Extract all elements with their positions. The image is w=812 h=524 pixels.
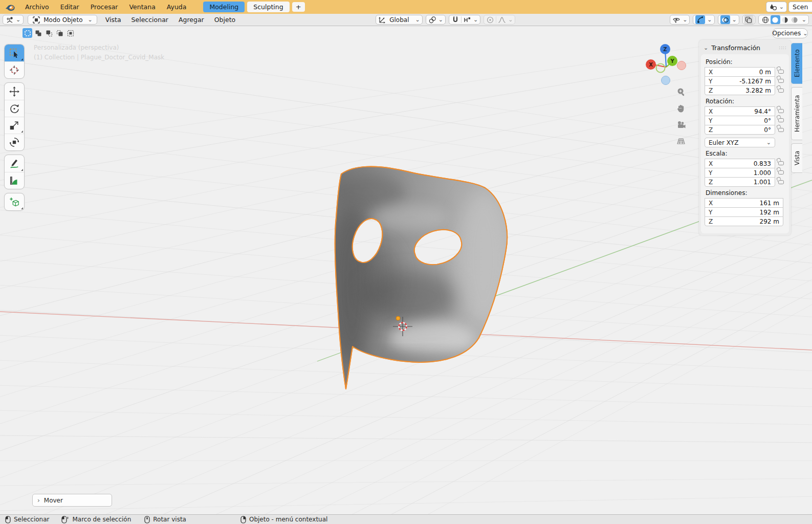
lock-icon[interactable] [778,89,784,93]
tool-annotate[interactable] [5,155,24,172]
tab-elemento[interactable]: Elemento [791,43,802,84]
add-cube-icon [9,196,20,208]
rotation-mode-select[interactable]: Euler XYZ ⌄ [705,138,775,147]
gizmo-axis-z-neg[interactable] [662,76,670,85]
rotation-z-row: Z0° [705,125,786,135]
rotation-z-field[interactable]: Z0° [705,125,775,135]
lock-icon[interactable] [778,118,784,122]
lock-icon[interactable] [778,109,784,113]
editor-type-selector[interactable]: ⌄ [3,15,24,25]
scene-selector-button[interactable]: ⌄ [766,2,787,12]
menu-objeto[interactable]: Objeto [209,16,241,24]
status-box-select: Marco de selección [61,516,131,523]
lock-icon[interactable] [778,161,784,165]
tool-measure[interactable] [5,172,24,189]
blender-logo-icon[interactable] [5,3,15,12]
shading-material-button[interactable] [780,15,790,24]
rotation-x-field[interactable]: X94.4° [705,106,775,116]
select-mode-invert-button[interactable] [55,28,64,38]
scale-z-row: Z1.001 [705,177,786,187]
select-mode-intersect-button[interactable] [65,28,75,38]
shading-solid-button[interactable] [771,15,780,24]
viewport-info-text: Personalizada (perspectiva) (1) Collecti… [34,43,164,62]
tool-rotate[interactable] [5,100,24,117]
shading-rendered-button[interactable] [790,15,800,24]
navigation-gizmo[interactable]: Z X Y [644,44,690,90]
gizmo-axis-y-neg[interactable] [656,64,665,73]
tool-cursor[interactable] [5,61,24,78]
collapse-panel-icon[interactable]: ⌄ [704,45,708,51]
position-z-field[interactable]: Z3.282 m [705,85,775,95]
scale-x-field[interactable]: X0.833 [705,159,775,168]
lock-icon[interactable] [778,180,784,184]
add-workspace-button[interactable]: + [292,2,305,12]
show-overlays-toggle[interactable] [720,15,730,24]
scale-x-row: X0.833 [705,159,786,168]
scene-name-field[interactable]: Scen [788,2,812,12]
menu-vista[interactable]: Vista [100,16,126,24]
chevron-down-icon: ⌄ [16,17,20,23]
snapping-controls[interactable]: ⌄ [449,15,480,25]
select-mode-extend-button[interactable] [33,28,43,38]
menu-seleccionar[interactable]: Seleccionar [126,16,173,24]
workspace-tab-modeling[interactable]: Modeling [203,2,245,12]
select-mode-subtract-button[interactable] [44,28,54,38]
transform-orientation-select[interactable]: Global ⌄ [376,15,423,25]
tool-transform[interactable] [5,134,24,150]
menu-editar[interactable]: Editar [55,3,85,11]
menu-ventana[interactable]: Ventana [123,3,161,11]
tab-vista[interactable]: Vista [791,143,802,173]
wireframe-sphere-icon [761,16,770,24]
scale-z-field[interactable]: Z1.001 [705,177,775,187]
lock-icon[interactable] [778,128,784,132]
mask-object[interactable] [331,166,512,389]
tool-scale[interactable] [5,117,24,134]
xray-toggle[interactable] [742,15,755,25]
scale-y-field[interactable]: Y1.000 [705,168,775,178]
tab-herramienta[interactable]: Herramienta [791,87,802,140]
overlays-toggle-group[interactable]: ⌄ [718,15,739,25]
blender-window: Archivo Editar Procesar Ventana Ayuda Mo… [0,0,812,524]
rotation-y-field[interactable]: Y0° [705,116,775,125]
proportional-editing-controls[interactable]: ⌄ [484,15,515,25]
perspective-grid-icon[interactable] [676,136,686,146]
gizmo-axis-x-neg[interactable] [677,61,686,70]
dimensions-z-field[interactable]: Z292 m [705,216,783,226]
position-y-field[interactable]: Y-5.1267 m [705,76,775,86]
tool-add-primitive[interactable] [5,193,24,210]
menu-ayuda[interactable]: Ayuda [161,3,192,11]
drag-grip-icon[interactable]: ∷∷ [779,45,786,51]
camera-view-icon[interactable] [676,120,686,130]
lock-icon[interactable] [778,79,784,83]
zoom-icon[interactable] [676,87,686,97]
gizmos-toggle-group[interactable]: ⌄ [693,15,714,25]
viewport-header: ⌄ Modo Objeto ⌄ Vista Seleccionar Agrega… [0,14,812,26]
pivot-point-select[interactable]: ⌄ [426,15,446,25]
lock-icon[interactable] [778,170,784,174]
rotation-y-row: Y0° [705,116,786,125]
object-visibility-controls[interactable]: ⌄ [670,15,690,25]
mouse-left-icon [5,516,11,523]
annotate-icon [9,158,20,169]
dimensions-y-field[interactable]: Y192 m [705,207,783,217]
tool-select-box[interactable] [5,45,24,61]
pan-hand-icon[interactable] [676,103,686,114]
lock-icon[interactable] [778,70,784,74]
dimensions-x-field[interactable]: X161 m [705,198,783,208]
rendered-sphere-icon [791,16,799,24]
menu-procesar[interactable]: Procesar [85,3,124,11]
position-x-field[interactable]: X0 m [705,67,775,77]
viewport-controls [674,87,688,146]
tool-options-dropdown[interactable]: Opciones ⌄ [772,28,808,38]
operator-panel-mover[interactable]: › Mover [32,494,112,507]
show-gizmos-toggle[interactable] [695,15,705,24]
select-mode-set-button[interactable] [23,28,32,38]
menu-agregar[interactable]: Agregar [173,16,209,24]
menu-archivo[interactable]: Archivo [19,3,55,11]
shading-wireframe-button[interactable] [761,15,771,24]
mode-selector[interactable]: Modo Objeto ⌄ [28,15,97,25]
gizmo-x-label: X [649,62,653,68]
workspace-tab-sculpting[interactable]: Sculpting [247,2,289,12]
viewport-3d[interactable] [0,26,812,514]
tool-move[interactable] [5,83,24,100]
